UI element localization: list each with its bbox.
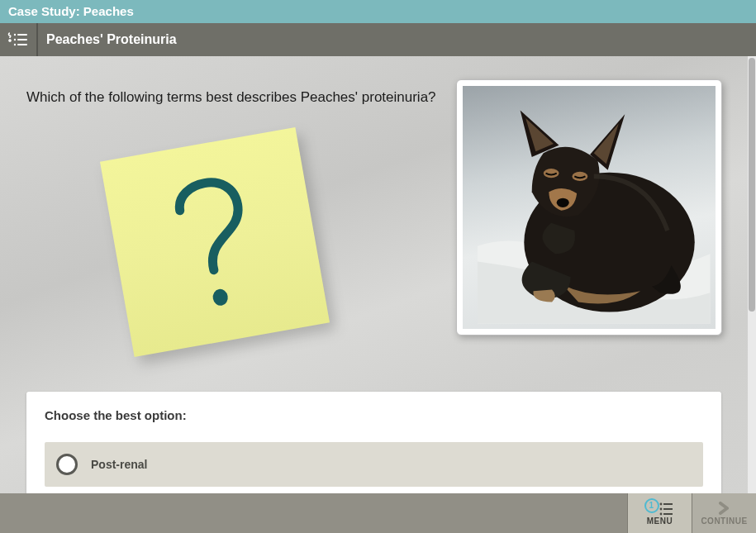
svg-point-10: [557, 197, 569, 207]
svg-rect-5: [17, 44, 27, 45]
menu-label: MENU: [647, 516, 673, 526]
svg-rect-12: [663, 503, 673, 505]
svg-point-0: [14, 34, 16, 36]
photo-frame: [456, 79, 722, 336]
option-post-renal[interactable]: Post-renal: [45, 442, 703, 487]
svg-point-8: [544, 169, 559, 178]
answer-card: Choose the best option: Post-renal: [26, 392, 721, 493]
radio-unchecked-icon[interactable]: [56, 454, 78, 475]
menu-button[interactable]: 1 MENU: [627, 493, 692, 533]
subtitle-bar: Peaches' Proteinuria: [0, 23, 756, 56]
svg-point-6: [212, 288, 229, 307]
menu-badge: 1: [644, 498, 659, 513]
svg-point-2: [14, 39, 16, 40]
question-mark-icon: [148, 155, 281, 329]
svg-point-15: [659, 512, 662, 515]
scrollbar-track[interactable]: [748, 56, 756, 493]
svg-rect-3: [17, 39, 27, 40]
scrollbar-thumb[interactable]: [749, 58, 755, 312]
svg-rect-16: [663, 513, 673, 515]
dog-photo: [463, 86, 716, 329]
subtitle-text: Peaches' Proteinuria: [38, 23, 756, 56]
answer-prompt: Choose the best option:: [45, 408, 703, 422]
svg-rect-1: [17, 34, 27, 36]
svg-rect-14: [663, 508, 673, 510]
chevron-right-icon: [717, 502, 732, 515]
svg-point-13: [659, 507, 662, 510]
main-content: Which of the following terms best descri…: [0, 56, 756, 493]
svg-point-11: [659, 502, 662, 505]
question-text: Which of the following terms best descri…: [26, 89, 436, 106]
sticky-note: [100, 127, 330, 357]
title-text: Case Study: Peaches: [8, 4, 134, 18]
footer-bar: 1 MENU CONTINUE: [0, 493, 756, 533]
menu-icon: 1: [646, 502, 674, 516]
title-bar: Case Study: Peaches: [0, 0, 756, 23]
question-list-icon: [0, 23, 38, 56]
svg-point-4: [14, 44, 16, 45]
continue-button: CONTINUE: [692, 493, 756, 533]
continue-label: CONTINUE: [701, 516, 747, 526]
option-label: Post-renal: [91, 458, 147, 471]
